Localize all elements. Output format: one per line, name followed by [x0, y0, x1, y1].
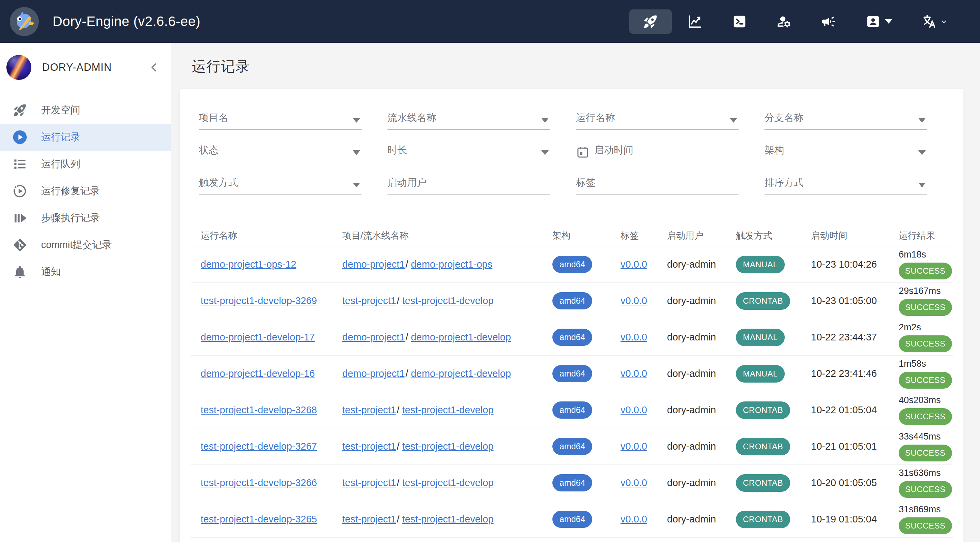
- filter-pipeline-name-select[interactable]: 流水线名称: [388, 108, 550, 130]
- pipeline-link[interactable]: test-project1-develop: [402, 404, 494, 415]
- filter-tag-input[interactable]: 标签: [576, 172, 738, 194]
- trigger-cell: CRONTAB: [726, 501, 801, 537]
- project-link[interactable]: demo-project1: [342, 332, 405, 342]
- sidebar-item-run-fix-records[interactable]: 运行修复记录: [0, 178, 171, 205]
- result-badge: SUCCESS: [899, 408, 952, 425]
- sidebar-item-notifications[interactable]: 通知: [0, 259, 171, 286]
- app-title: Dory-Engine (v2.6.6-ee): [52, 14, 200, 29]
- project-pipeline-cell: demo-project1/demo-project1-develop: [332, 319, 542, 356]
- trigger-cell: CRONTAB: [726, 392, 801, 428]
- arch-cell: amd64: [542, 501, 610, 537]
- run-name-link[interactable]: test-project1-develop-3266: [200, 477, 317, 488]
- project-link[interactable]: demo-project1: [342, 368, 405, 379]
- dropdown-caret-icon: [541, 118, 549, 123]
- pipeline-link[interactable]: demo-project1-ops: [411, 259, 492, 270]
- arch-cell: amd64: [542, 319, 610, 356]
- project-link[interactable]: test-project1: [342, 404, 396, 415]
- calendar-icon: [576, 145, 590, 159]
- sidebar-item-dev-space[interactable]: 开发空间: [0, 97, 171, 124]
- tag-link[interactable]: v0.0.0: [620, 477, 647, 488]
- trigger-cell: CRONTAB: [726, 283, 801, 319]
- arch-badge: amd64: [552, 438, 592, 455]
- project-link[interactable]: test-project1: [342, 477, 396, 488]
- filter-start-time-input[interactable]: 启动时间: [576, 140, 738, 162]
- tag-link[interactable]: v0.0.0: [620, 368, 647, 379]
- result-cell: 31s869msSUCCESS: [889, 501, 953, 537]
- metrics-button[interactable]: [674, 10, 716, 34]
- table-row: test-project1-develop-3268test-project1/…: [191, 392, 953, 428]
- tag-link[interactable]: v0.0.0: [620, 404, 647, 415]
- pipeline-link[interactable]: test-project1-develop: [402, 295, 494, 306]
- sidebar-item-run-queue[interactable]: 运行队列: [0, 151, 171, 178]
- project-link[interactable]: demo-project1: [342, 259, 405, 270]
- pipeline-link[interactable]: test-project1-develop: [402, 441, 494, 452]
- sidebar-item-step-run-records[interactable]: 步骤执行记录: [0, 205, 171, 232]
- dropdown-caret-icon: [353, 150, 360, 155]
- filter-arch-select[interactable]: 架构: [765, 140, 927, 162]
- tag-link[interactable]: v0.0.0: [620, 514, 647, 525]
- tag-link[interactable]: v0.0.0: [620, 295, 647, 306]
- tag-cell: v0.0.0: [610, 465, 657, 501]
- result-badge: SUCCESS: [899, 372, 952, 389]
- language-button[interactable]: [908, 10, 961, 34]
- start-user: dory-admin: [667, 404, 716, 415]
- separator: /: [397, 514, 399, 525]
- filter-sort-order-select[interactable]: 排序方式: [765, 172, 927, 194]
- filter-status-select[interactable]: 状态: [199, 140, 361, 162]
- pipeline-link[interactable]: demo-project1-develop: [411, 332, 511, 342]
- tag-link[interactable]: v0.0.0: [620, 441, 647, 452]
- topbar: Dory-Engine (v2.6.6-ee): [0, 0, 980, 43]
- filter-project-name-select[interactable]: 项目名: [199, 108, 361, 130]
- account-button[interactable]: [852, 10, 906, 34]
- run-name-link[interactable]: demo-project1-develop-16: [200, 368, 315, 379]
- sidebar-collapse-button[interactable]: [147, 61, 161, 74]
- tag-link[interactable]: v0.0.0: [620, 332, 647, 342]
- project-link[interactable]: test-project1: [342, 514, 396, 525]
- run-name-cell: demo-project1-develop-17: [191, 319, 332, 356]
- pipeline-link[interactable]: demo-project1-develop: [411, 368, 511, 379]
- run-name-link[interactable]: test-project1-develop-3269: [200, 295, 317, 306]
- run-name-cell: test-project1-develop-3269: [191, 283, 332, 319]
- run-name-link[interactable]: demo-project1-develop-17: [200, 332, 315, 342]
- pipeline-link[interactable]: test-project1-develop: [402, 477, 494, 488]
- filter-placeholder: 架构: [765, 145, 784, 156]
- run-name-link[interactable]: test-project1-develop-3268: [200, 404, 317, 415]
- column-header-3: 标签: [610, 225, 657, 246]
- project-link[interactable]: test-project1: [342, 295, 396, 306]
- arch-cell: amd64: [542, 283, 610, 319]
- run-name-link[interactable]: test-project1-develop-3265: [200, 514, 317, 525]
- arch-badge: amd64: [552, 401, 592, 419]
- pipeline-link[interactable]: test-project1-develop: [402, 514, 494, 525]
- sidebar-item-commit-records[interactable]: commit提交记录: [0, 232, 171, 259]
- start-user-cell: dory-admin: [657, 356, 726, 392]
- result-cell: 40s203msSUCCESS: [889, 392, 953, 428]
- run-name-cell: demo-project1-ops-12: [191, 246, 332, 283]
- dropdown-caret-icon: [353, 183, 360, 188]
- admin-button[interactable]: [763, 10, 805, 34]
- table-header-row: 运行名称项目/流水线名称架构标签启动用户触发方式启动时间运行结果: [191, 225, 953, 246]
- filter-branch-name-select[interactable]: 分支名称: [765, 108, 927, 130]
- sidebar-item-run-records[interactable]: 运行记录: [0, 124, 171, 151]
- filter-start-user-input[interactable]: 启动用户: [388, 172, 550, 194]
- result-cell: 2m2sSUCCESS: [889, 319, 953, 356]
- table-row: demo-project1-ops-12demo-project1/demo-p…: [191, 246, 953, 283]
- sidebar-item-label: 运行记录: [41, 130, 80, 144]
- project-link[interactable]: test-project1: [342, 441, 396, 452]
- run-name-link[interactable]: test-project1-develop-3267: [200, 441, 317, 452]
- trigger-badge: CRONTAB: [736, 401, 790, 419]
- filter-run-name-select[interactable]: 运行名称: [576, 108, 738, 130]
- project-pipeline-cell: demo-project1/demo-project1-develop: [332, 356, 542, 392]
- run-records-table-wrap: 运行名称项目/流水线名称架构标签启动用户触发方式启动时间运行结果 demo-pr…: [191, 225, 953, 537]
- filter-placeholder: 流水线名称: [388, 112, 436, 123]
- run-name-link[interactable]: demo-project1-ops-12: [200, 259, 296, 270]
- filter-duration-select[interactable]: 时长: [388, 140, 550, 162]
- tag-link[interactable]: v0.0.0: [620, 259, 647, 270]
- filter-trigger-mode-select[interactable]: 触发方式: [199, 172, 361, 194]
- console-button[interactable]: [718, 10, 761, 34]
- start-time: 10-20 01:05:05: [811, 477, 877, 488]
- announcement-button[interactable]: [807, 10, 850, 34]
- arch-badge: amd64: [552, 329, 592, 346]
- workspace-button[interactable]: [629, 10, 672, 34]
- table-body: demo-project1-ops-12demo-project1/demo-p…: [191, 246, 953, 537]
- trigger-badge: CRONTAB: [736, 292, 790, 310]
